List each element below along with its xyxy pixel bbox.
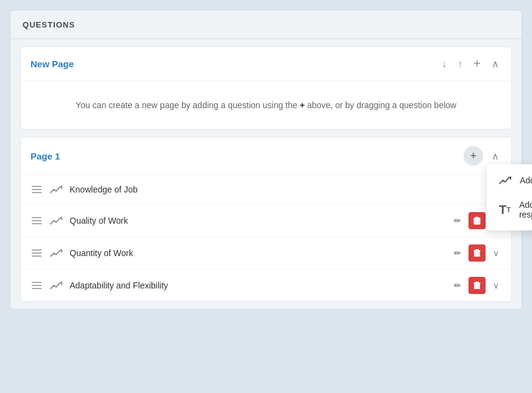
row-actions: ✏ ∨ bbox=[451, 244, 501, 262]
new-page-actions: ↓ ↑ + ∧ bbox=[439, 56, 501, 72]
svg-rect-3 bbox=[474, 283, 480, 289]
table-row: Adaptability and Flexibility ✏ ∨ bbox=[21, 270, 511, 301]
drag-handle[interactable] bbox=[31, 216, 43, 226]
drag-handle[interactable] bbox=[31, 248, 43, 258]
dropdown-text-label: Add question with text response bbox=[519, 200, 532, 219]
page1-actions: + ∧ bbox=[464, 146, 501, 166]
new-page-body: You can create a new page by adding a qu… bbox=[21, 81, 511, 129]
empty-message: You can create a new page by adding a qu… bbox=[76, 100, 456, 110]
scoring-icon bbox=[498, 176, 512, 185]
page1-add-btn[interactable]: + bbox=[464, 146, 483, 166]
new-page-collapse-btn[interactable]: ∧ bbox=[489, 57, 501, 71]
section-header: QUESTIONS bbox=[10, 10, 522, 39]
row-actions: ✏ ∨ bbox=[451, 277, 501, 294]
question-label: Quantity of Work bbox=[70, 248, 444, 258]
new-page-header: New Page ↓ ↑ + ∧ bbox=[21, 47, 511, 81]
plus-bold: + bbox=[300, 100, 305, 110]
row-expand-btn[interactable]: ∨ bbox=[490, 278, 501, 293]
question-label: Quality of Work bbox=[70, 216, 444, 226]
dropdown-item-text[interactable]: TT Add question with text response bbox=[487, 193, 532, 227]
question-type-icon bbox=[50, 216, 62, 225]
new-page-down-btn[interactable]: ↓ bbox=[439, 57, 449, 71]
page1-header: Page 1 + ∧ bbox=[21, 138, 511, 175]
row-expand-btn[interactable]: ∨ bbox=[490, 246, 501, 260]
text-icon: TT bbox=[498, 203, 512, 217]
table-row: Quality of Work ✏ ∨ bbox=[21, 205, 511, 237]
new-page-add-btn[interactable]: + bbox=[471, 56, 483, 72]
drag-handle[interactable] bbox=[31, 185, 43, 194]
page1-card: Page 1 + ∧ bbox=[20, 137, 512, 302]
question-label: Knowledge of Job bbox=[70, 185, 483, 194]
drag-handle[interactable] bbox=[31, 281, 43, 290]
page1-title: Page 1 bbox=[31, 151, 464, 161]
new-page-title: New Page bbox=[31, 59, 439, 69]
new-page-up-btn[interactable]: ↑ bbox=[455, 57, 465, 71]
dropdown-scoring-label: Add question with scoring bbox=[520, 175, 532, 185]
questions-list: Knowledge of Job ∨ bbox=[21, 175, 511, 301]
table-row: Quantity of Work ✏ ∨ bbox=[21, 237, 511, 270]
edit-btn[interactable]: ✏ bbox=[451, 278, 464, 293]
new-page-card: New Page ↓ ↑ + ∧ You can create a new pa… bbox=[20, 46, 512, 130]
edit-btn[interactable]: ✏ bbox=[451, 246, 464, 260]
svg-rect-0 bbox=[474, 218, 480, 224]
question-type-icon bbox=[50, 249, 62, 257]
svg-rect-2 bbox=[474, 251, 480, 257]
edit-btn[interactable]: ✏ bbox=[451, 213, 464, 228]
table-row: Knowledge of Job ∨ bbox=[21, 175, 511, 205]
section-title: QUESTIONS bbox=[23, 20, 75, 29]
question-label: Adaptability and Flexibility bbox=[70, 281, 444, 290]
dropdown-item-scoring[interactable]: Add question with scoring bbox=[487, 168, 532, 193]
delete-btn[interactable] bbox=[468, 212, 486, 229]
page1-collapse-btn[interactable]: ∧ bbox=[489, 149, 501, 163]
content-area: New Page ↓ ↑ + ∧ You can create a new pa… bbox=[10, 39, 522, 309]
dropdown-popup: Add question with scoring TT Add questio… bbox=[487, 164, 532, 230]
question-type-icon bbox=[50, 281, 62, 290]
delete-btn[interactable] bbox=[468, 277, 486, 294]
question-type-icon bbox=[50, 185, 62, 194]
delete-btn[interactable] bbox=[468, 244, 486, 262]
questions-container: QUESTIONS New Page ↓ ↑ + ∧ You can creat… bbox=[10, 10, 522, 310]
